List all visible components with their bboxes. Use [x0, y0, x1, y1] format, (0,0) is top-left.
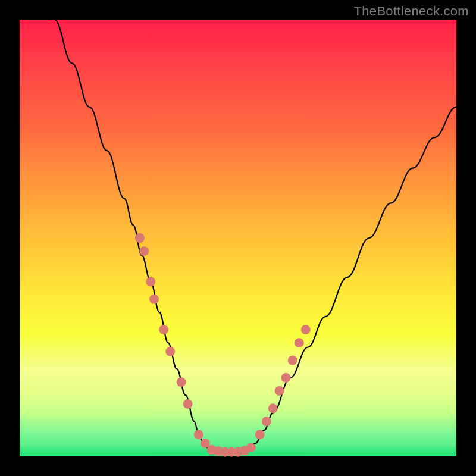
watermark-text: TheBottleneck.com	[354, 4, 469, 19]
marker-dots	[135, 233, 311, 457]
marker-dot	[146, 277, 155, 286]
bottleneck-curve	[55, 20, 456, 452]
marker-dot	[159, 325, 168, 334]
marker-dot	[149, 295, 159, 304]
marker-dot	[295, 338, 304, 347]
marker-dot	[281, 373, 291, 383]
marker-dot	[135, 233, 145, 243]
marker-dot	[268, 403, 278, 413]
plot-area	[20, 20, 456, 456]
marker-dot	[183, 399, 193, 409]
marker-dot	[165, 347, 175, 356]
marker-dot	[194, 430, 203, 439]
marker-dot	[255, 430, 265, 439]
marker-dot	[177, 377, 186, 387]
marker-dot	[246, 443, 256, 452]
chart-svg	[20, 20, 456, 456]
marker-dot	[275, 386, 284, 396]
chart-frame: TheBottleneck.com	[0, 0, 476, 476]
marker-dot	[139, 246, 149, 256]
marker-dot	[262, 416, 271, 426]
marker-dot	[301, 325, 311, 334]
marker-dot	[288, 356, 298, 365]
